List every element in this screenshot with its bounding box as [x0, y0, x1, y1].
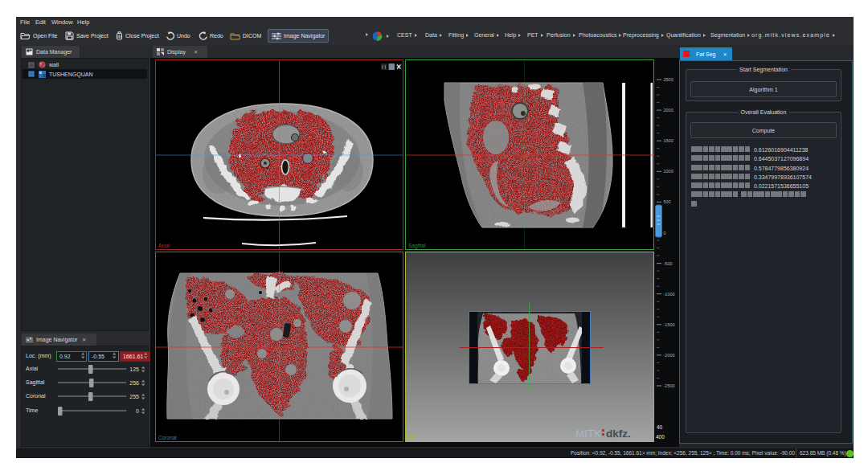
svg-text:125: 125 — [129, 366, 139, 372]
svg-text:-1500: -1500 — [664, 322, 675, 327]
svg-text:1000: 1000 — [664, 169, 674, 174]
svg-text:256: 256 — [129, 380, 139, 386]
svg-text:400: 400 — [656, 434, 665, 440]
svg-text:255: 255 — [129, 394, 139, 399]
svg-text:-2500: -2500 — [664, 383, 675, 388]
svg-text:-2000: -2000 — [664, 353, 675, 358]
svg-text:-1000: -1000 — [664, 292, 675, 297]
svg-text:0: 0 — [664, 231, 666, 235]
svg-text:40: 40 — [657, 424, 663, 430]
svg-text:500: 500 — [664, 199, 671, 204]
svg-text:-500: -500 — [664, 261, 673, 266]
svg-text:3D: 3D — [408, 435, 416, 440]
svg-text:Sagittal: Sagittal — [408, 243, 426, 249]
svg-text:0: 0 — [136, 408, 139, 414]
svg-text:MITK: MITK — [575, 428, 601, 440]
svg-text:Axial: Axial — [158, 243, 170, 248]
svg-text:Coronal: Coronal — [158, 435, 177, 440]
svg-text:2500: 2500 — [664, 77, 674, 82]
svg-text:2000: 2000 — [664, 108, 674, 113]
svg-text:dkfz.: dkfz. — [606, 428, 631, 440]
svg-text:1500: 1500 — [664, 138, 674, 143]
